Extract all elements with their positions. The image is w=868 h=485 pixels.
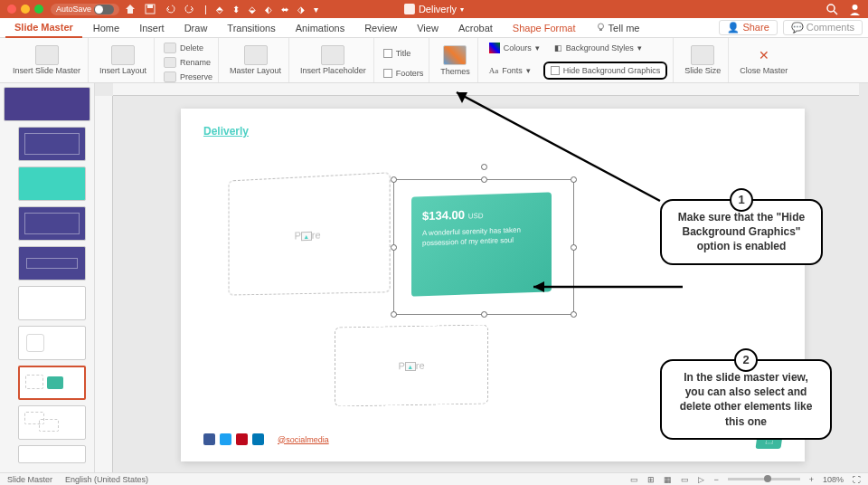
bg-styles-icon: ◧ — [554, 43, 562, 52]
slideshow-icon[interactable]: ▷ — [698, 475, 704, 484]
social-link[interactable]: @socialmedia — [278, 435, 329, 444]
align-bottom-icon[interactable]: ⬙ — [249, 5, 256, 14]
thumbnail-layout-selected[interactable] — [18, 366, 86, 400]
zoom-in-button[interactable]: + — [809, 475, 814, 484]
tab-view[interactable]: View — [408, 18, 448, 38]
thumbnail-master[interactable] — [4, 87, 90, 121]
tab-shape-format[interactable]: Shape Format — [504, 18, 585, 38]
tab-draw[interactable]: Draw — [175, 18, 217, 38]
insert-slide-master-button[interactable]: Insert Slide Master — [9, 43, 84, 78]
zoom-out-button[interactable]: − — [713, 475, 718, 484]
resize-handle[interactable] — [481, 311, 487, 318]
tab-animations[interactable]: Animations — [287, 18, 354, 38]
thumbnail-layout[interactable] — [18, 246, 86, 281]
thumbnail-layout[interactable] — [18, 286, 86, 320]
align-middle-icon[interactable]: ⬍ — [232, 5, 240, 14]
resize-handle[interactable] — [571, 311, 577, 318]
undo-icon[interactable] — [165, 4, 175, 14]
titlebar: AutoSave | ⬘ ⬍ ⬙ ⬖ ⬌ ⬗ ▾ Deliverly ▾ — [0, 0, 868, 18]
close-icon: ✕ — [752, 45, 776, 65]
thumbnail-panel[interactable] — [0, 83, 95, 472]
resize-handle[interactable] — [571, 176, 577, 183]
close-master-button[interactable]: ✕ Close Master — [736, 43, 791, 78]
pinterest-icon[interactable] — [236, 433, 248, 445]
notes-button[interactable]: ▭ — [630, 475, 638, 484]
align-left-icon[interactable]: ⬖ — [265, 5, 272, 14]
rename-button[interactable]: Rename — [162, 56, 212, 69]
normal-view-icon[interactable]: ⊞ — [647, 475, 655, 484]
resize-handle[interactable] — [391, 311, 397, 318]
toggle-icon[interactable] — [94, 5, 114, 14]
delete-button[interactable]: Delete — [162, 42, 205, 54]
brand-text[interactable]: Deliverly — [203, 125, 249, 138]
themes-button[interactable]: Themes — [437, 43, 474, 78]
fonts-button[interactable]: AaFonts ▾ — [487, 65, 533, 76]
background-styles-button[interactable]: ◧Background Styles ▾ — [552, 42, 644, 54]
maximize-window-icon[interactable] — [34, 5, 43, 14]
picture-placeholder[interactable]: P▲re — [335, 325, 488, 407]
zoom-value[interactable]: 108% — [823, 475, 844, 484]
preserve-button[interactable]: Preserve — [162, 71, 214, 83]
account-icon[interactable] — [849, 4, 861, 15]
status-language[interactable]: English (United States) — [65, 475, 148, 484]
callout-number: 2 — [734, 348, 758, 372]
facebook-icon[interactable] — [203, 433, 215, 445]
fit-to-window-icon[interactable]: ⛶ — [853, 475, 861, 484]
more-icon[interactable]: ▾ — [314, 5, 318, 14]
resize-handle[interactable] — [391, 176, 397, 183]
close-window-icon[interactable] — [7, 5, 16, 14]
placeholder-icon — [321, 45, 344, 65]
twitter-icon[interactable] — [220, 433, 231, 445]
thumbnail-layout[interactable] — [18, 326, 86, 360]
sorter-view-icon[interactable]: ▦ — [664, 475, 672, 484]
master-layout-icon — [244, 45, 268, 65]
tab-transitions[interactable]: Transitions — [218, 18, 284, 38]
status-mode: Slide Master — [7, 475, 52, 484]
reading-view-icon[interactable]: ▭ — [681, 475, 689, 484]
minimize-window-icon[interactable] — [21, 5, 30, 14]
tab-acrobat[interactable]: Acrobat — [449, 18, 502, 38]
thumbnail-layout[interactable] — [18, 206, 86, 241]
checkbox-icon — [551, 66, 560, 75]
master-layout-button[interactable]: Master Layout — [226, 43, 285, 78]
resize-handle[interactable] — [481, 176, 487, 183]
canvas[interactable]: Deliverly P▲re $134.00 USD A wonderful s… — [95, 83, 868, 472]
vertical-ruler — [95, 96, 113, 472]
hide-background-graphics-checkbox[interactable]: Hide Background Graphics — [543, 62, 668, 80]
chevron-down-icon[interactable]: ▾ — [460, 5, 464, 14]
tab-review[interactable]: Review — [355, 18, 406, 38]
slide-master-icon — [35, 45, 59, 65]
resize-handle[interactable] — [391, 244, 397, 251]
save-icon[interactable] — [145, 4, 156, 14]
align-right-icon[interactable]: ⬗ — [297, 5, 305, 14]
linkedin-icon[interactable] — [252, 433, 264, 445]
thumbnail-layout[interactable] — [18, 166, 86, 201]
home-icon[interactable] — [125, 4, 136, 14]
search-icon[interactable] — [826, 4, 838, 15]
tab-home[interactable]: Home — [84, 18, 128, 38]
align-center-icon[interactable]: ⬌ — [281, 5, 288, 14]
tab-slide-master[interactable]: Slide Master — [5, 18, 82, 38]
window-controls[interactable] — [7, 5, 43, 14]
insert-placeholder-button[interactable]: Insert Placeholder — [297, 43, 370, 78]
footers-checkbox[interactable]: Footers — [382, 68, 426, 79]
share-button[interactable]: 👤 Share — [719, 20, 777, 35]
resize-handle[interactable] — [571, 244, 577, 251]
autosave-toggle[interactable]: AutoSave — [51, 4, 119, 15]
rotate-handle[interactable] — [481, 164, 487, 170]
align-top-icon[interactable]: ⬘ — [216, 5, 223, 14]
colours-button[interactable]: Colours ▾ — [487, 42, 542, 54]
tab-insert[interactable]: Insert — [130, 18, 174, 38]
thumbnail-layout[interactable] — [18, 405, 86, 440]
selection-box[interactable] — [393, 179, 574, 315]
thumbnail-layout[interactable] — [18, 445, 86, 463]
picture-placeholder[interactable]: P▲re — [229, 172, 391, 295]
tell-me[interactable]: Tell me — [587, 18, 649, 38]
comments-button[interactable]: 💬 Comments — [783, 20, 863, 35]
zoom-slider[interactable] — [728, 478, 800, 480]
insert-layout-button[interactable]: Insert Layout — [96, 43, 150, 78]
thumbnail-layout[interactable] — [18, 127, 86, 161]
title-checkbox[interactable]: Title — [382, 48, 413, 59]
redo-icon[interactable] — [184, 4, 195, 14]
slide-size-button[interactable]: Slide Size — [681, 43, 724, 78]
